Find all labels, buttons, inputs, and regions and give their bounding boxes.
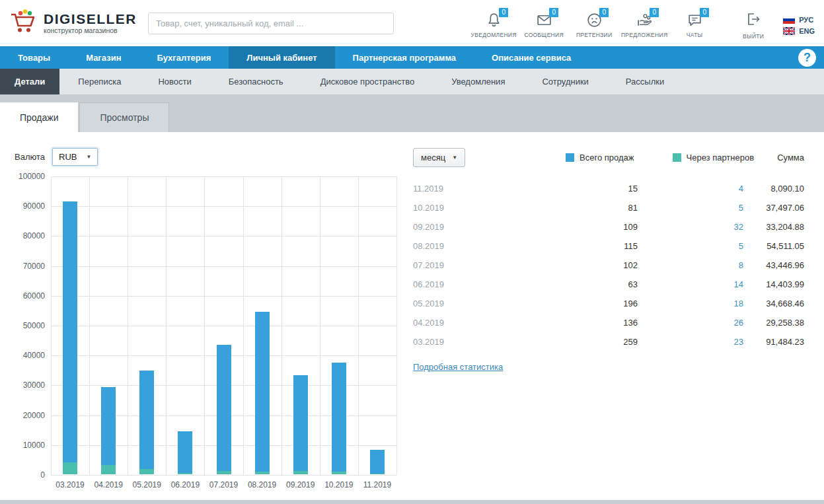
chart-bar-10.2019[interactable] xyxy=(332,363,346,474)
main-nav-items: ТоварыМагазинБухгалтерияЛичный кабинетПа… xyxy=(0,46,589,69)
gridline-horizontal xyxy=(51,176,396,177)
row-date: 04.2019 xyxy=(413,318,486,328)
sub-nav-item-2[interactable]: Новости xyxy=(139,69,209,94)
legend-total-label: Всего продаж xyxy=(580,153,634,162)
tabs: ПродажиПросмотры xyxy=(0,102,824,132)
sub-nav-item-4[interactable]: Дисковое пространство xyxy=(302,69,433,94)
main-nav-item-3[interactable]: Личный кабинет xyxy=(229,46,334,69)
gridline-vertical xyxy=(243,176,244,475)
period-select[interactable]: месяц ▼ xyxy=(413,148,465,167)
row-partner-sales[interactable]: 18 xyxy=(638,299,743,308)
chart-bar-partner-segment xyxy=(139,469,154,474)
header-icon-offers[interactable]: 0ПРЕДЛОЖЕНИЯ xyxy=(619,8,669,38)
header-icon-messages[interactable]: 0СООБЩЕНИЯ xyxy=(519,8,569,38)
chats-label: ЧАТЫ xyxy=(687,32,703,38)
logout-label: ВЫЙТИ xyxy=(743,33,764,40)
row-total-sales: 136 xyxy=(486,318,638,328)
chart-bar-partner-segment xyxy=(101,465,116,474)
header-icon-chats[interactable]: 0ЧАТЫ xyxy=(669,8,720,38)
lang-rus[interactable]: РУС xyxy=(783,16,815,24)
question-mark-icon: ? xyxy=(804,51,811,65)
chart-bar-04.2019[interactable] xyxy=(101,387,116,474)
table-row: 11.20191548,090.10 xyxy=(413,179,804,198)
y-tick-label: 80000 xyxy=(23,231,45,240)
chart-bar-03.2019[interactable] xyxy=(63,201,77,475)
chevron-down-icon: ▼ xyxy=(86,154,91,160)
row-sum: 43,446.96 xyxy=(743,260,804,270)
uk-flag-icon xyxy=(783,27,795,35)
sales-chart: 0100002000030000400005000060000700008000… xyxy=(15,176,404,475)
row-total-sales: 102 xyxy=(486,260,638,270)
gridline-horizontal xyxy=(51,206,396,207)
main-nav-item-4[interactable]: Партнерская программа xyxy=(335,46,474,69)
gridline-vertical xyxy=(51,176,52,475)
row-partner-sales[interactable]: 32 xyxy=(638,222,743,232)
search-input[interactable] xyxy=(148,13,394,34)
main-nav-item-5[interactable]: Описание сервиса xyxy=(474,46,589,69)
row-partner-sales[interactable]: 14 xyxy=(638,279,743,289)
controls-row: месяц ▼ Всего продаж Через партнеров Сум… xyxy=(413,148,804,167)
digiseller-logo[interactable]: DIGISELLER конструктор магазинов xyxy=(9,9,139,38)
logo-subtitle: конструктор магазинов xyxy=(44,26,137,34)
logout-button[interactable]: ВЫЙТИ xyxy=(734,7,772,40)
content: ПродажиПросмотры Валюта RUB ▼ 0100002000… xyxy=(0,94,824,500)
currency-select[interactable]: RUB ▼ xyxy=(52,148,98,166)
x-tick-label: 06.2019 xyxy=(166,480,204,489)
chart-bar-09.2019[interactable] xyxy=(293,375,308,474)
chart-bar-07.2019[interactable] xyxy=(217,345,231,474)
row-partner-sales[interactable]: 23 xyxy=(638,337,743,347)
row-partner-sales[interactable]: 26 xyxy=(638,318,743,328)
lang-eng-label: ENG xyxy=(799,27,815,35)
table-row: 09.20191093233,204.88 xyxy=(413,217,804,236)
gridline-vertical xyxy=(166,176,167,475)
chart-bar-partner-segment xyxy=(370,474,385,474)
notifications-label: УВЕДОМЛЕНИЯ xyxy=(471,32,517,38)
main-nav-item-1[interactable]: Магазин xyxy=(68,46,139,69)
main-nav-item-2[interactable]: Бухгалтерия xyxy=(139,46,229,69)
row-partner-sales[interactable]: 4 xyxy=(638,184,743,194)
header-icon-notifications[interactable]: 0УВЕДОМЛЕНИЯ xyxy=(468,8,519,38)
row-partner-sales[interactable]: 5 xyxy=(638,241,743,251)
sub-nav-item-7[interactable]: Рассылки xyxy=(607,69,683,94)
x-tick-label: 08.2019 xyxy=(243,480,281,489)
sub-nav-item-3[interactable]: Безопасность xyxy=(210,69,302,94)
y-tick-label: 60000 xyxy=(23,291,45,301)
detailed-statistics-link[interactable]: Подробная статистика xyxy=(413,362,503,372)
chart-section: Валюта RUB ▼ 010000200003000040000500006… xyxy=(0,132,404,500)
messages-label: СООБЩЕНИЯ xyxy=(524,32,563,38)
sub-nav-item-6[interactable]: Сотрудники xyxy=(523,69,607,94)
gridline-horizontal xyxy=(51,475,396,476)
chart-bar-11.2019[interactable] xyxy=(370,450,385,474)
header-icons: 0УВЕДОМЛЕНИЯ0СООБЩЕНИЯ0ПРЕТЕНЗИИ0ПРЕДЛОЖ… xyxy=(468,8,720,38)
row-partner-sales[interactable]: 5 xyxy=(638,203,743,213)
lang-eng[interactable]: ENG xyxy=(783,27,815,35)
row-date: 11.2019 xyxy=(413,184,486,194)
tab-0[interactable]: Продажи xyxy=(0,102,78,132)
sub-nav-item-5[interactable]: Уведомления xyxy=(433,69,523,94)
y-tick-label: 30000 xyxy=(23,380,45,390)
x-tick-label: 09.2019 xyxy=(281,480,320,489)
x-tick-label: 03.2019 xyxy=(51,480,89,489)
chart-bar-partner-segment xyxy=(332,472,346,474)
offers-badge: 0 xyxy=(650,8,659,17)
x-tick-label: 04.2019 xyxy=(89,480,128,489)
row-total-sales: 115 xyxy=(486,241,638,251)
chart-bar-06.2019[interactable] xyxy=(178,431,192,474)
sub-nav-item-1[interactable]: Переписка xyxy=(59,69,139,94)
gridline-vertical xyxy=(358,176,359,475)
header-icon-claims[interactable]: 0ПРЕТЕНЗИИ xyxy=(569,8,619,38)
row-partner-sales[interactable]: 8 xyxy=(638,260,743,270)
logout-icon xyxy=(745,11,761,30)
y-tick-label: 90000 xyxy=(23,201,45,211)
tab-1[interactable]: Просмотры xyxy=(79,102,169,132)
offers-label: ПРЕДЛОЖЕНИЯ xyxy=(621,32,667,38)
currency-row: Валюта RUB ▼ xyxy=(15,148,404,166)
table-section: месяц ▼ Всего продаж Через партнеров Сум… xyxy=(404,132,824,500)
help-button[interactable]: ? xyxy=(798,49,816,67)
chart-bar-08.2019[interactable] xyxy=(255,312,270,474)
sub-nav-item-0[interactable]: Детали xyxy=(0,69,59,94)
main-nav-item-0[interactable]: Товары xyxy=(0,46,68,69)
gridline-vertical xyxy=(89,176,90,475)
y-tick-label: 10000 xyxy=(23,441,45,450)
chart-bar-05.2019[interactable] xyxy=(139,371,154,474)
